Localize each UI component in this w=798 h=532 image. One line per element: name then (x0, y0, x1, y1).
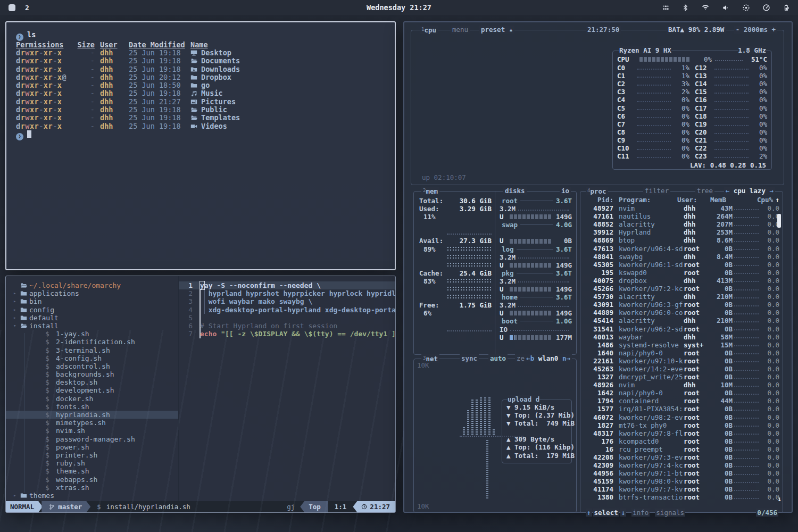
process-row[interactable]: 45730alacrittydhh210M0.0 (584, 293, 779, 301)
net-auto-toggle[interactable]: auto (488, 354, 508, 362)
tree-item[interactable]: $1-yay.sh (13, 330, 178, 338)
header-user[interactable]: User: (677, 196, 705, 204)
battery-icon[interactable] (783, 4, 789, 12)
process-row[interactable]: 44889kworker/u96:0-coroot0B0.0 (584, 309, 779, 317)
tree-item[interactable]: ▸applications (13, 289, 178, 297)
header-pid[interactable]: Pid: (584, 196, 613, 204)
process-row[interactable]: 1380btrfs-transactioroot0B0.0 (584, 493, 779, 501)
chevron-icon[interactable]: ▸ (13, 289, 20, 297)
tree-item[interactable]: ▸bin (13, 297, 178, 305)
process-row[interactable]: 47161nautilusdhh264M0.0 (584, 212, 779, 220)
refresh-ms-control[interactable]: - 2000ms + (734, 26, 777, 34)
preset-button[interactable]: preset ★ (479, 26, 514, 34)
process-row[interactable]: 45305kworker/u96:1-sdroot0B0.0 (584, 261, 779, 269)
process-row[interactable]: 1642napi/phy0-0root0B0.0 (584, 389, 779, 397)
process-row[interactable]: 16rcu_preemptroot0B0.0 (584, 445, 779, 453)
process-row[interactable]: 1327dmcrypt_write/25root0B0.0 (584, 373, 779, 381)
chevron-icon[interactable]: ▾ (13, 322, 20, 330)
process-row[interactable]: 47613kworker/u96:4-sdroot0B0.0 (584, 245, 779, 253)
code-line[interactable]: 5 (179, 314, 395, 322)
header-cpu[interactable]: Cpu% (754, 196, 773, 204)
code-editor-pane[interactable]: 1yay -S --noconfirm --needed \ 2 hyprlan… (178, 276, 395, 501)
process-row[interactable]: 1577irq/81-PIXA3854:root0B0.0 (584, 405, 779, 413)
disks-label[interactable]: disks (503, 187, 527, 195)
process-row[interactable]: 195kswapd0root0B0.0 (584, 269, 779, 277)
scroll-down-indicator[interactable]: ↓ (777, 495, 782, 503)
tree-item[interactable]: $xtras.sh (13, 484, 178, 492)
process-row[interactable]: 42208kworker/u97:3-evroot0B0.0 (584, 453, 779, 461)
tree-item[interactable]: $webapps.sh (13, 476, 178, 484)
tree-item[interactable]: $development.sh (13, 386, 178, 394)
tree-item[interactable]: $desktop.sh (13, 378, 178, 386)
tree-item[interactable]: $docker.sh (13, 395, 178, 403)
process-row[interactable]: 41174kworker/u97:7-kvroot0B0.0 (584, 485, 779, 493)
select-up-key[interactable]: ↑ (586, 509, 592, 517)
process-row[interactable]: 1640napi/phy0-0root0B0.0 (584, 349, 779, 357)
neovim-window[interactable]: ~/.local/share/omarchy ▸applications ▸bi… (5, 276, 396, 513)
tree-item[interactable]: $3-terminal.sh (13, 346, 178, 354)
info-button[interactable]: info (631, 509, 650, 517)
process-row[interactable]: 43091kworker/u96:3-gfroot0B0.0 (584, 301, 779, 309)
net-sync-toggle[interactable]: sync (460, 354, 479, 362)
tree-item[interactable]: ~/.local/share/omarchy (13, 281, 178, 289)
code-line[interactable]: 1yay -S --noconfirm --needed \ (179, 281, 395, 289)
process-row[interactable]: 48926nvimdhh10M0.0 (584, 381, 779, 389)
proc-sort-control[interactable]: ← cpu lazy → (724, 187, 775, 195)
gauge-icon[interactable] (762, 4, 770, 12)
process-row[interactable]: 48869btopdhh8.6M0.0 (584, 236, 779, 244)
select-down-key[interactable]: ↓ (620, 509, 627, 517)
bluetooth-icon[interactable] (682, 4, 689, 12)
process-row[interactable]: 45159kworker/u98:0-kvroot0B0.0 (584, 477, 779, 485)
tree-item[interactable]: $nvim.sh (13, 427, 178, 435)
process-row[interactable]: 40013waybardhh58M0.0 (584, 333, 779, 341)
tree-item[interactable]: ▾install (13, 322, 178, 330)
tab-mem[interactable]: 2mem (421, 187, 439, 195)
process-row[interactable]: 45266kworker/u97:2-kcroot0B0.0 (584, 285, 779, 293)
process-row[interactable]: 48927nvimdhh43M0.0 (584, 204, 779, 212)
tree-item[interactable]: $4-config.sh (13, 354, 178, 362)
tree-item[interactable]: ▸default (13, 314, 178, 322)
code-line[interactable]: 4 xdg-desktop-portal-hyprland xdg-deskto… (179, 306, 395, 314)
btop-window[interactable]: 1cpu menu preset ★ 21:27:50 BAT▲ 98% 2.8… (403, 21, 793, 513)
tree-item[interactable]: ▸themes (13, 492, 178, 500)
tree-item[interactable]: $printer.sh (13, 451, 178, 459)
process-row[interactable]: 45414alacrittydhh210M0.0 (584, 317, 779, 325)
tree-item[interactable]: $ruby.sh (13, 459, 178, 467)
process-row[interactable]: 45263kworker/14:2-everoot0B0.0 (584, 365, 779, 373)
process-row[interactable]: 46072kworker/u98:2-evroot0B0.0 (584, 413, 779, 421)
process-row[interactable]: 48841swaybgdhh8.4M0.0 (584, 253, 779, 261)
chevron-icon[interactable]: ▸ (13, 492, 20, 500)
select-label[interactable]: select (593, 509, 619, 517)
tree-item[interactable]: $power.sh (13, 443, 178, 451)
process-row[interactable]: 42309kworker/u97:4-kcroot0B0.0 (584, 461, 779, 469)
signals-button[interactable]: signals (655, 509, 685, 517)
tree-item[interactable]: $2-identification.sh (13, 338, 178, 346)
process-row[interactable]: 1827mt76-tx phy0root0B0.0 (584, 421, 779, 429)
volume-icon[interactable] (722, 4, 730, 12)
menu-button[interactable]: menu (451, 26, 470, 34)
code-line[interactable]: 2 hyprland hyprshot hyprpicker hyprlock … (179, 289, 395, 297)
net-interface-switcher[interactable]: ←b wlan0 n→ (525, 354, 572, 362)
proc-filter-button[interactable]: filter (643, 187, 670, 195)
tab-cpu[interactable]: 1cpu (420, 26, 438, 34)
code-line[interactable]: 3 wofi waybar mako swaybg \ (179, 297, 395, 305)
tab-proc[interactable]: 4proc (586, 187, 608, 195)
record-icon[interactable] (742, 4, 750, 12)
tree-item[interactable]: $password-manager.sh (13, 435, 178, 443)
tree-item[interactable]: $fonts.sh (13, 403, 178, 411)
tree-item[interactable]: ▸config (13, 306, 178, 314)
chevron-icon[interactable]: ▸ (13, 306, 20, 314)
prompt-line-empty[interactable]: ❯ (16, 130, 385, 140)
process-row[interactable]: 31541kworker/u96:2-sdroot0B0.0 (584, 325, 779, 333)
process-row[interactable]: 44956kworker/u97:1-btroot0B0.0 (584, 469, 779, 477)
chevron-icon[interactable]: ▸ (13, 314, 20, 322)
scroll-up-indicator[interactable]: ↑ (773, 196, 779, 204)
process-row[interactable]: 48317kworker/u97:8-flroot0B0.0 (584, 429, 779, 437)
chevron-icon[interactable]: ▸ (13, 297, 20, 305)
code-line[interactable]: 7echo "[[ -z \$DISPLAY && \$(tty) == /de… (179, 330, 395, 338)
wifi-icon[interactable] (701, 4, 710, 11)
process-row[interactable]: 1486systemd-resolvesyst+15M0.0 (584, 341, 779, 349)
code-line[interactable]: 6# Start Hyprland on first session (179, 322, 395, 330)
proc-scrollbar-thumb[interactable] (777, 214, 781, 228)
process-row[interactable]: 22161kworker/u97:10-kroot0B0.0 (584, 357, 779, 365)
